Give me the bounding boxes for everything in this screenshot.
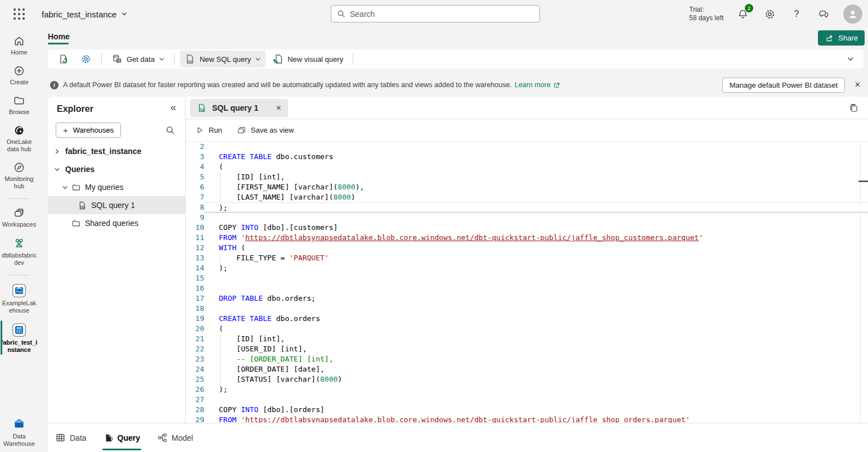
code-line-29[interactable]: 29FROM 'https://dbtlabsynapsedatalake.bl… <box>186 415 868 423</box>
code-line-25[interactable]: 25 [STATUS] [varchar](8000) <box>186 374 868 385</box>
line-number: 17 <box>186 293 204 304</box>
tree-item-queries[interactable]: Queries <box>48 160 185 178</box>
help-button[interactable]: ? <box>789 6 804 22</box>
ribbon-tab-row: Home Share <box>38 28 868 48</box>
rail-item-data-warehouse[interactable]: Data Warehouse <box>0 417 38 448</box>
new-sql-query-button[interactable]: SQL New SQL query <box>180 51 266 67</box>
code-line-23[interactable]: 23 -- [ORDER_DATE] [int], <box>186 354 868 364</box>
settings-button[interactable] <box>762 6 777 22</box>
chevron-down-icon <box>53 166 61 173</box>
chevron-down-icon <box>255 56 261 62</box>
collapse-panel-icon[interactable]: « <box>170 102 176 114</box>
rail-item-home[interactable]: Home <box>0 35 38 56</box>
code-line-17[interactable]: 17DROP TABLE dbo.orders; <box>186 293 868 304</box>
code-line-19[interactable]: 19CREATE TABLE dbo.orders <box>186 314 868 324</box>
rail-item-onelake-data-hub[interactable]: OneLake data hub <box>0 124 38 153</box>
rail-item-workspaces[interactable]: Workspaces <box>0 207 38 228</box>
code-line-2[interactable]: 2 <box>186 142 868 152</box>
explorer-search-icon[interactable] <box>165 125 175 135</box>
monitoring-hub-icon <box>13 161 25 174</box>
code-line-4[interactable]: 4( <box>186 162 868 172</box>
view-tab-query[interactable]: Query <box>102 431 141 445</box>
rail-item-examplelakehouse[interactable]: ExampleLakehouse <box>0 283 38 314</box>
rail-item-browse[interactable]: Browse <box>0 94 38 116</box>
app-launcher-waffle-icon[interactable] <box>12 7 26 21</box>
explorer-title: Explorer <box>57 104 93 114</box>
chevron-down-icon <box>159 56 165 62</box>
line-number: 9 <box>186 213 204 223</box>
rail-item-dbtlabsfabricdev[interactable]: dbtlabsfabricdev <box>0 237 38 266</box>
view-tab-data[interactable]: Data <box>54 430 88 445</box>
feedback-button[interactable] <box>816 6 831 22</box>
tab-sql-query-1[interactable]: SQL SQL query 1 ✕ <box>190 99 288 117</box>
ribbon-collapse-button[interactable] <box>847 55 854 63</box>
code-line-10[interactable]: 10COPY INTO [dbo].[customers] <box>186 223 868 233</box>
code-line-13[interactable]: 13 FILE_TYPE = 'PARQUET' <box>186 253 868 263</box>
run-button[interactable]: Run <box>196 126 222 134</box>
code-line-8[interactable]: 8); <box>186 202 868 213</box>
rail-item-monitoring-hub[interactable]: Monitoring hub <box>0 161 38 190</box>
line-number: 21 <box>186 334 204 344</box>
code-line-14[interactable]: 14); <box>186 263 868 273</box>
code-line-3[interactable]: 3CREATE TABLE dbo.customers <box>186 152 868 162</box>
code-line-9[interactable]: 9 <box>186 213 868 223</box>
tree-item-my-queries[interactable]: My queries <box>48 178 185 196</box>
learn-more-link[interactable]: Learn more <box>515 81 560 89</box>
tree-item-shared-queries[interactable]: Shared queries <box>48 214 185 232</box>
toolbar-divider <box>174 53 175 65</box>
rail-item-create[interactable]: Create <box>0 65 38 86</box>
plus-circle-icon <box>13 65 25 77</box>
line-content: COPY INTO [dbo].[orders] <box>204 405 868 415</box>
code-line-15[interactable]: 15 <box>186 273 868 283</box>
code-line-22[interactable]: 22 [USER_ID] [int], <box>186 344 868 354</box>
line-content <box>204 142 868 152</box>
code-line-7[interactable]: 7 [LAST_NAME] [varchar](8000) <box>186 192 868 202</box>
search-input[interactable] <box>350 10 534 19</box>
code-line-27[interactable]: 27 <box>186 395 868 405</box>
ribbon-tab-home[interactable]: Home <box>48 32 70 44</box>
rail-item-fabric-test-instance[interactable]: fabric_test_instance <box>0 323 38 354</box>
code-line-21[interactable]: 21 [ID] [int], <box>186 334 868 344</box>
tree-item-warehouse[interactable]: fabric_test_instance <box>48 142 185 160</box>
code-line-6[interactable]: 6 [FIRST_NAME] [varchar](8000), <box>186 182 868 192</box>
new-visual-query-button[interactable]: New visual query <box>268 51 348 67</box>
rail-divider <box>8 198 30 199</box>
editor-scrollbar-track[interactable] <box>860 142 861 423</box>
share-button[interactable]: Share <box>818 30 865 46</box>
data-grid-icon <box>55 432 66 443</box>
code-line-12[interactable]: 12WITH ( <box>186 243 868 253</box>
code-line-24[interactable]: 24 [ORDER_DATE] [date], <box>186 364 868 374</box>
new-report-button[interactable] <box>53 51 74 67</box>
code-line-5[interactable]: 5 [ID] [int], <box>186 172 868 182</box>
code-line-16[interactable]: 16 <box>186 283 868 293</box>
tree-item-sql-query-1[interactable]: SQL SQL query 1 <box>48 196 185 214</box>
close-tab-icon[interactable]: ✕ <box>276 104 281 112</box>
code-line-11[interactable]: 11FROM 'https://dbtlabsynapsedatalake.bl… <box>186 233 868 243</box>
code-line-20[interactable]: 20( <box>186 324 868 334</box>
view-tab-model[interactable]: Model <box>156 430 194 445</box>
sql-file-icon: SQL <box>185 53 196 65</box>
manage-default-dataset-button[interactable]: Manage default Power BI dataset <box>722 78 845 93</box>
code-line-26[interactable]: 26); <box>186 385 868 395</box>
line-number: 5 <box>186 172 204 182</box>
settings-gear-button[interactable] <box>76 51 96 67</box>
line-content <box>204 273 868 283</box>
notifications-button[interactable]: 2 <box>735 6 750 22</box>
code-editor[interactable]: 23CREATE TABLE dbo.customers4(5 [ID] [in… <box>186 142 868 423</box>
banner-close-icon[interactable]: ✕ <box>854 80 861 89</box>
account-avatar[interactable] <box>843 4 862 24</box>
copy-icon[interactable] <box>848 103 859 114</box>
save-as-view-button[interactable]: Save as view <box>237 125 294 135</box>
left-nav-rail: Home Create Browse OneLake data hub Moni… <box>0 28 38 452</box>
code-line-18[interactable]: 18 <box>186 304 868 314</box>
trial-status: Trial: 58 days left <box>689 6 723 22</box>
line-content: [ID] [int], <box>204 334 868 344</box>
code-line-28[interactable]: 28COPY INTO [dbo].[orders] <box>186 405 868 415</box>
get-data-button[interactable]: Get data <box>107 51 169 67</box>
add-warehouses-button[interactable]: + Warehouses <box>56 123 121 138</box>
global-search[interactable] <box>331 5 540 22</box>
query-toolbar: Run Save as view <box>186 119 868 142</box>
workspace-picker[interactable]: fabric_test_instance <box>42 0 128 28</box>
folder-icon <box>13 94 25 107</box>
gear-icon <box>764 8 776 20</box>
